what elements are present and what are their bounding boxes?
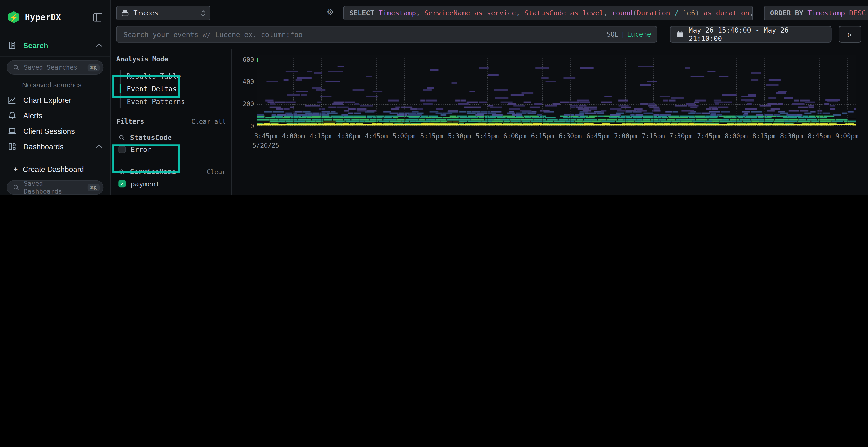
sidebar-item-dashboards[interactable]: Dashboards — [0, 139, 110, 154]
datasource-icon — [121, 9, 129, 17]
x-tick-label: 7:15pm — [638, 132, 669, 140]
date-range-picker[interactable]: May 26 15:40:00 - May 26 21:10:00 — [670, 26, 831, 43]
x-tick-label: 6:15pm — [527, 132, 558, 140]
x-tick-label: 8:45pm — [804, 132, 835, 140]
analysis-filter-panel: Analysis Mode Results TableEvent DeltasE… — [111, 49, 232, 195]
sidebar-item-label: Search — [23, 41, 89, 49]
source-select-value: Traces — [133, 9, 196, 17]
filter-group-label: StatusCode — [130, 133, 226, 141]
kbd-shortcut: ⌘K — [88, 184, 100, 191]
x-tick-label: 8:00pm — [721, 132, 752, 140]
lang-toggle-lucene[interactable]: Lucene — [627, 30, 651, 38]
bell-icon — [8, 111, 17, 120]
chevron-up-icon — [96, 144, 102, 148]
x-tick-label: 5:15pm — [416, 132, 447, 140]
x-tick-label: 7:45pm — [693, 132, 724, 140]
y-tick-label: 400 — [232, 78, 254, 86]
x-tick-label: 5:00pm — [389, 132, 420, 140]
x-tick-label: 4:15pm — [306, 132, 337, 140]
journal-icon — [8, 41, 17, 50]
y-tick-label: 0 — [232, 122, 254, 130]
sidebar-item-alerts[interactable]: Alerts — [0, 108, 110, 123]
x-tick-label: 3:45pm — [250, 132, 281, 140]
analysis-mode-list: Results TableEvent DeltasEvent Patterns — [120, 70, 226, 108]
clear-all-link[interactable]: Clear all — [191, 118, 226, 126]
y-tick-label: 200 — [232, 100, 254, 108]
delta-chart-area: 6004002000 3:45pm4:00pm4:15pm4:30pm4:45p… — [232, 49, 868, 195]
x-tick-label: 8:15pm — [748, 132, 779, 140]
create-dashboard-button[interactable]: + Create Dashboard — [0, 161, 110, 177]
dashboard-icon — [8, 142, 17, 151]
filter-group-label: ServiceName — [130, 168, 202, 176]
clear-link[interactable]: Clear — [207, 168, 226, 176]
sidebar-item-search[interactable]: Search — [0, 38, 110, 53]
x-tick-label: 4:45pm — [361, 132, 392, 140]
filter-option-label: payment — [131, 180, 160, 188]
x-tick-label: 8:30pm — [776, 132, 807, 140]
select-chevrons-icon — [201, 9, 205, 17]
filter-option-error[interactable]: Error — [116, 144, 226, 156]
source-settings-gear-icon[interactable]: ⚙ — [327, 7, 334, 17]
app-window: ⚡ HyperDX Search Saved Searches ⌘K No sa… — [0, 0, 868, 195]
run-query-button[interactable]: ▷ — [839, 26, 861, 43]
sidebar-item-label: Client Sessions — [23, 127, 102, 135]
lang-toggle-divider: | — [622, 30, 624, 38]
x-tick-label: 4:00pm — [278, 132, 309, 140]
sidebar-collapse-icon[interactable] — [93, 13, 102, 21]
x-tick-label: 7:30pm — [665, 132, 696, 140]
filter-group-statuscode: StatusCode — [118, 133, 226, 141]
sidebar-item-client-sessions[interactable]: Client Sessions — [0, 123, 110, 139]
x-tick-label: 5:30pm — [444, 132, 475, 140]
x-tick-label: 7:00pm — [610, 132, 641, 140]
x-axis-date-label: 5/26/25 — [252, 142, 279, 149]
logo-row: ⚡ HyperDX — [0, 0, 110, 31]
lang-toggle-sql[interactable]: SQL — [607, 30, 619, 38]
filter-option-payment[interactable]: ✓ payment — [116, 178, 226, 190]
x-tick-label: 6:30pm — [555, 132, 586, 140]
sidebar-item-chart-explorer[interactable]: Chart Explorer — [0, 92, 110, 108]
divider — [0, 56, 110, 57]
topbar: Traces ⚙ SELECT Timestamp, ServiceName a… — [111, 0, 868, 49]
search-icon — [13, 184, 20, 191]
laptop-icon — [8, 127, 17, 136]
sidebar-item-label: Dashboards — [23, 142, 89, 150]
sidebar-item-label: Chart Explorer — [23, 96, 102, 104]
analysis-mode-item[interactable]: Event Patterns — [121, 95, 226, 108]
analysis-mode-item[interactable]: Event Deltas — [121, 82, 226, 95]
analysis-mode-title: Analysis Mode — [116, 56, 226, 63]
saved-dashboards-input[interactable]: Saved Dashboards ⌘K — [7, 180, 104, 195]
sidebar: ⚡ HyperDX Search Saved Searches ⌘K No sa… — [0, 0, 111, 195]
x-tick-label: 6:45pm — [582, 132, 613, 140]
sql-select-editor[interactable]: SELECT Timestamp, ServiceName as service… — [343, 5, 753, 21]
checkbox-checked[interactable]: ✓ — [118, 180, 126, 187]
x-tick-label: 5:45pm — [472, 132, 503, 140]
filter-group-servicename: ServiceName Clear — [118, 168, 226, 176]
chart-icon — [8, 96, 17, 105]
search-input[interactable] — [122, 30, 603, 39]
analysis-mode-item[interactable]: Results Table — [121, 70, 226, 82]
chevron-up-icon — [96, 43, 102, 47]
filters-title: Filters — [116, 118, 191, 126]
calendar-icon — [676, 30, 684, 38]
heatmap-canvas[interactable] — [257, 56, 856, 126]
date-range-value: May 26 15:40:00 - May 26 21:10:00 — [689, 26, 825, 43]
order-by-editor[interactable]: ORDER BY Timestamp DESC — [764, 5, 868, 21]
x-tick-label: 4:30pm — [333, 132, 364, 140]
sidebar-item-label: Alerts — [23, 111, 102, 120]
saved-searches-placeholder: Saved Searches — [24, 64, 83, 71]
search-icon[interactable] — [118, 134, 125, 141]
x-tick-label: 9:00pm — [831, 132, 863, 140]
y-tick-label: 600 — [232, 56, 254, 64]
saved-dashboards-placeholder: Saved Dashboards — [24, 180, 83, 195]
divider — [0, 158, 110, 158]
x-tick-label: 6:00pm — [499, 132, 530, 140]
checkbox-unchecked[interactable] — [118, 146, 126, 153]
source-select[interactable]: Traces — [116, 5, 210, 21]
search-bar[interactable]: SQL | Lucene — [116, 26, 657, 43]
search-icon[interactable] — [118, 168, 125, 175]
app-title: HyperDX — [25, 12, 88, 22]
no-saved-searches-text: No saved searches — [0, 78, 110, 93]
hyperdx-logo-icon: ⚡ — [8, 11, 20, 23]
saved-searches-input[interactable]: Saved Searches ⌘K — [7, 60, 104, 75]
filter-option-label: Error — [131, 145, 151, 153]
